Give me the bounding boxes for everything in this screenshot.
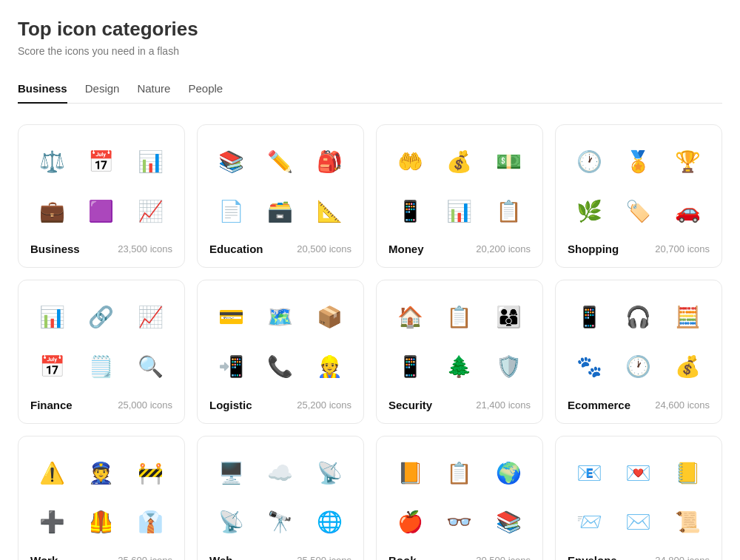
icon-slot: 📊 — [30, 295, 74, 339]
icon-slot: 📲 — [209, 345, 253, 388]
icon-slot: 👮 — [80, 451, 124, 495]
icon-slot: 🛡️ — [487, 345, 531, 388]
icon-slot: 📡 — [308, 451, 352, 495]
page-subtitle: Score the icons you need in a flash — [18, 45, 722, 57]
icon-slot: 👷 — [308, 345, 352, 388]
icon-slot: 📈 — [129, 189, 172, 233]
category-name: Book — [388, 554, 417, 560]
icon-slot: 🏅 — [617, 140, 661, 183]
icon-slot: 📚 — [487, 500, 531, 544]
icon-slot: 📙 — [388, 451, 432, 495]
category-card-security[interactable]: 🏠📋👨‍👩‍👦📱🌲🛡️Security21,400 icons — [376, 280, 543, 423]
category-count: 25,600 icons — [118, 555, 172, 560]
category-card-ecommerce[interactable]: 📱🎧🧮🐾🕐💰Ecommerce24,600 icons — [555, 280, 722, 423]
icon-slot: 📡 — [209, 500, 253, 544]
tab-business[interactable]: Business — [18, 75, 67, 104]
icon-slot: 🚗 — [666, 189, 710, 233]
icon-slot: 📈 — [129, 295, 172, 339]
icon-slot: 📅 — [30, 345, 74, 388]
icon-slot: 🖥️ — [209, 451, 253, 495]
icon-slot: 📊 — [438, 189, 482, 233]
icon-slot: 🗺️ — [259, 295, 303, 339]
category-name: Work — [30, 554, 58, 560]
tab-people[interactable]: People — [188, 75, 223, 104]
icon-slot: 💵 — [487, 140, 531, 183]
icon-slot: 📧 — [568, 451, 611, 495]
category-card-work[interactable]: ⚠️👮🚧➕🦺👔Work25,600 icons — [18, 436, 185, 560]
icon-slot: 📨 — [568, 500, 611, 544]
category-card-money[interactable]: 🤲💰💵📱📊📋Money20,200 icons — [376, 124, 543, 268]
category-count: 20,500 icons — [297, 243, 352, 254]
category-name: Security — [388, 399, 432, 411]
icon-slot: 🚧 — [129, 451, 172, 495]
category-name: Web — [209, 554, 232, 560]
icon-slot: 🌿 — [568, 189, 611, 233]
category-name: Logistic — [209, 399, 252, 411]
category-count: 25,000 icons — [118, 399, 172, 411]
icon-slot: 📊 — [129, 140, 172, 183]
icon-slot: 👔 — [129, 500, 172, 544]
category-name: Business — [30, 243, 80, 255]
category-card-envelope[interactable]: 📧💌📒📨✉️📜Envelope24,800 iconsmanytools™ — [555, 436, 722, 560]
category-count: 20,700 icons — [655, 243, 710, 254]
icon-slot: 📱 — [568, 295, 611, 339]
category-card-shopping[interactable]: 🕐🏅🏆🌿🏷️🚗Shopping20,700 icons — [555, 124, 722, 268]
category-count: 24,600 icons — [655, 399, 710, 411]
icon-slot: 🤲 — [388, 140, 432, 183]
icon-slot: ✉️ — [617, 500, 661, 544]
icon-slot: 🐾 — [568, 345, 611, 388]
icon-slot: 🏠 — [388, 295, 432, 339]
icon-slot: 🗃️ — [259, 189, 303, 233]
icon-slot: 💼 — [30, 189, 74, 233]
icon-slot: 📱 — [388, 345, 432, 388]
icon-slot: 📱 — [388, 189, 432, 233]
icon-slot: 📅 — [80, 140, 124, 183]
icon-slot: 📒 — [666, 451, 710, 495]
category-card-education[interactable]: 📚✏️🎒📄🗃️📐Education20,500 icons — [197, 124, 364, 268]
tab-design[interactable]: Design — [85, 75, 120, 104]
category-name: Finance — [30, 399, 73, 411]
category-name: Shopping — [568, 243, 619, 255]
icon-slot: 🕐 — [568, 140, 611, 183]
icon-slot: 🔗 — [80, 295, 124, 339]
icon-slot: 🦺 — [80, 500, 124, 544]
category-card-logistic[interactable]: 💳🗺️📦📲📞👷Logistic25,200 icons — [197, 280, 364, 423]
page-title: Top icon categories — [18, 18, 722, 41]
category-count: 20,500 icons — [476, 555, 531, 560]
tab-nature[interactable]: Nature — [137, 75, 170, 104]
category-count: 24,800 icons — [655, 555, 710, 560]
icon-slot: 📦 — [308, 295, 352, 339]
icon-slot: 📋 — [438, 451, 482, 495]
icon-slot: ➕ — [30, 500, 74, 544]
categories-grid: ⚖️📅📊💼🟪📈Business23,500 icons📚✏️🎒📄🗃️📐Educa… — [18, 124, 722, 560]
icon-slot: 📄 — [209, 189, 253, 233]
category-card-web[interactable]: 🖥️☁️📡📡🔭🌐Web25,500 icons — [197, 436, 364, 560]
icon-slot: 📚 — [209, 140, 253, 183]
category-name: Envelope — [568, 554, 617, 560]
icon-slot: 🌍 — [487, 451, 531, 495]
category-card-book[interactable]: 📙📋🌍🍎👓📚Book20,500 icons — [376, 436, 543, 560]
icon-slot: 💰 — [666, 345, 710, 388]
icon-slot: ⚠️ — [30, 451, 74, 495]
icon-slot: 🏷️ — [617, 189, 661, 233]
category-count: 25,200 icons — [297, 399, 352, 411]
category-card-business[interactable]: ⚖️📅📊💼🟪📈Business23,500 icons — [18, 124, 185, 268]
icon-slot: 📋 — [487, 189, 531, 233]
icon-slot: 💳 — [209, 295, 253, 339]
category-name: Ecommerce — [568, 399, 630, 411]
category-count: 20,200 icons — [476, 243, 531, 254]
icon-slot: ⚖️ — [30, 140, 74, 183]
category-card-finance[interactable]: 📊🔗📈📅🗒️🔍Finance25,000 icons — [18, 280, 185, 423]
icon-slot: 👓 — [438, 500, 482, 544]
icon-slot: 🗒️ — [80, 345, 124, 388]
tab-nav: BusinessDesignNaturePeople — [18, 75, 722, 104]
icon-slot: 🕐 — [617, 345, 661, 388]
icon-slot: 💌 — [617, 451, 661, 495]
icon-slot: 📋 — [438, 295, 482, 339]
category-count: 21,400 icons — [476, 399, 531, 411]
icon-slot: 🏆 — [666, 140, 710, 183]
icon-slot: 🌲 — [438, 345, 482, 388]
icon-slot: 🔍 — [129, 345, 172, 388]
icon-slot: ✏️ — [259, 140, 303, 183]
icon-slot: 💰 — [438, 140, 482, 183]
